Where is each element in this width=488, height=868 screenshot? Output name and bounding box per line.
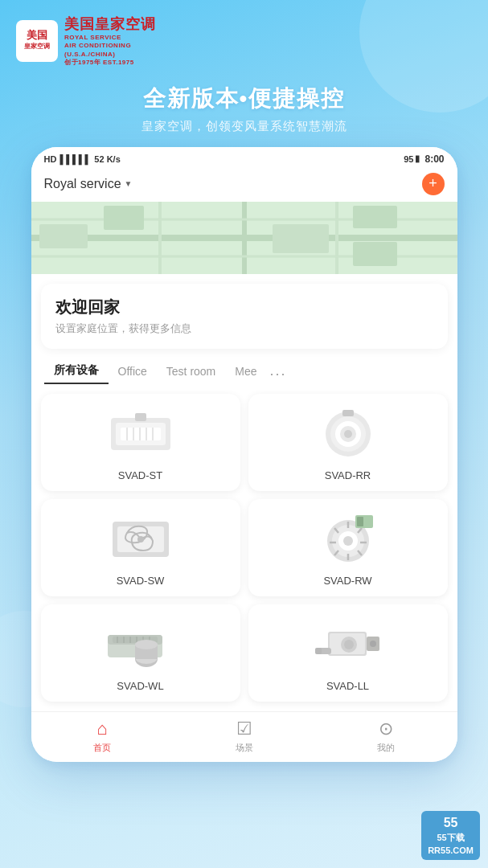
watermark-line2: 55下载 — [428, 832, 474, 844]
tabs-row: 所有设备 Office Test room Mee ... — [31, 349, 457, 391]
welcome-title: 欢迎回家 — [55, 297, 433, 318]
hero-title: 全新版本•便捷操控 — [16, 84, 472, 114]
svg-rect-67 — [315, 648, 322, 654]
svg-rect-23 — [135, 413, 146, 421]
nav-scene[interactable]: ☑ 场景 — [173, 719, 315, 754]
phone-mockup: HD ▌▌▌▌▌ 52 K/s 95 ▮ 8:00 Royal service … — [31, 147, 457, 762]
app-header: 美国 皇家空调 美国皇家空调 ROYAL SERVICE AIR CONDITI… — [0, 0, 488, 76]
home-icon: ⌂ — [96, 719, 107, 739]
device-card-svad-st[interactable]: SVAD-ST — [41, 394, 240, 491]
nav-home-label: 首页 — [93, 742, 111, 754]
svg-text:美国: 美国 — [26, 29, 47, 41]
device-card-svad-wl[interactable]: SVAD-WL — [41, 604, 240, 702]
network-speed: 52 K/s — [94, 154, 120, 164]
status-left: HD ▌▌▌▌▌ 52 K/s — [44, 154, 121, 164]
device-name-svad-wl: SVAD-WL — [117, 680, 163, 692]
device-image-svad-ll — [312, 616, 384, 674]
device-card-svad-sw[interactable]: SVAD-SW — [41, 499, 240, 596]
watermark-number: 55 — [428, 814, 474, 832]
dropdown-arrow-icon: ▼ — [125, 179, 133, 188]
device-name-svad-sw: SVAD-SW — [117, 575, 165, 587]
svg-point-65 — [370, 641, 376, 647]
welcome-card: 欢迎回家 设置家庭位置，获得更多信息 — [41, 284, 448, 349]
svg-rect-14 — [353, 242, 397, 266]
signal-bars: ▌▌▌▌▌ — [59, 154, 91, 164]
logo-text: 美国皇家空调 ROYAL SERVICE AIR CONDITIONING (U… — [64, 14, 156, 68]
device-card-svad-rr[interactable]: SVAD-RR — [248, 394, 448, 491]
logo-icon: 美国 皇家空调 — [16, 20, 58, 62]
clock: 8:00 — [424, 154, 444, 165]
device-card-svad-ll[interactable]: SVAD-LL — [248, 604, 448, 702]
brand-sub3: (U.S.A./CHINA) — [64, 51, 156, 59]
nav-scene-label: 场景 — [236, 742, 253, 754]
svg-rect-46 — [357, 517, 363, 526]
brand-name: 美国皇家空调 — [64, 14, 156, 34]
nav-mine-label: 我的 — [377, 742, 395, 754]
device-image-svad-sw — [105, 510, 177, 568]
device-card-svad-rw[interactable]: SVAD-RW — [248, 499, 448, 596]
svg-rect-12 — [273, 224, 329, 253]
scene-icon: ☑ — [236, 719, 252, 739]
svg-rect-0 — [18, 23, 55, 59]
device-image-svad-rw — [312, 510, 384, 568]
svg-point-44 — [343, 536, 353, 546]
device-name-svad-ll: SVAD-LL — [326, 680, 369, 692]
svg-point-63 — [344, 640, 354, 649]
svg-rect-10 — [39, 224, 88, 248]
tab-office[interactable]: Office — [109, 360, 157, 383]
hero-subtitle: 皇家空调，创领变风量系统智慧潮流 — [16, 119, 472, 134]
brand-sub2: AIR CONDITIONING — [64, 42, 156, 50]
watermark-line3: RR55.COM — [428, 845, 474, 857]
svg-point-59 — [135, 640, 158, 649]
hero-section: 全新版本•便捷操控 皇家空调，创领变风量系统智慧潮流 — [0, 76, 488, 147]
brand-sub1: ROYAL SERVICE — [64, 34, 156, 42]
bottom-nav: ⌂ 首页 ☑ 场景 ⊙ 我的 — [31, 711, 457, 762]
device-name-svad-st: SVAD-ST — [118, 469, 162, 481]
location-selector[interactable]: Royal service ▼ — [44, 177, 133, 191]
tab-mee[interactable]: Mee — [225, 360, 266, 383]
logo-box: 美国 皇家空调 美国皇家空调 ROYAL SERVICE AIR CONDITI… — [16, 14, 156, 68]
svg-point-32 — [137, 536, 144, 542]
device-image-svad-rr — [312, 405, 384, 463]
svg-rect-13 — [353, 206, 397, 228]
battery-icon: 95 ▮ — [404, 154, 420, 164]
add-button[interactable]: + — [422, 173, 445, 195]
watermark: 55 55下载 RR55.COM — [421, 811, 480, 860]
status-bar: HD ▌▌▌▌▌ 52 K/s 95 ▮ 8:00 — [31, 147, 457, 168]
svg-point-28 — [344, 430, 352, 438]
tabs-more[interactable]: ... — [270, 362, 287, 379]
battery-level: 95 — [404, 154, 413, 164]
location-label: Royal service — [44, 177, 121, 191]
network-type: HD — [44, 154, 57, 164]
person-icon: ⊙ — [379, 719, 393, 739]
tab-testroom[interactable]: Test room — [157, 360, 225, 383]
svg-rect-29 — [342, 410, 354, 416]
device-image-svad-wl — [105, 616, 177, 674]
welcome-subtitle: 设置家庭位置，获得更多信息 — [55, 321, 433, 336]
svg-text:皇家空调: 皇家空调 — [24, 42, 50, 50]
status-right: 95 ▮ 8:00 — [404, 154, 444, 165]
device-name-svad-rr: SVAD-RR — [325, 469, 371, 481]
phone-navbar: Royal service ▼ + — [31, 168, 457, 202]
brand-est: 创于1975年 EST.1975 — [64, 59, 156, 67]
nav-mine[interactable]: ⊙ 我的 — [315, 719, 457, 754]
svg-rect-11 — [104, 206, 144, 230]
device-name-svad-rw: SVAD-RW — [323, 575, 371, 587]
nav-home[interactable]: ⌂ 首页 — [31, 719, 174, 754]
device-image-svad-st — [105, 405, 177, 463]
device-grid: SVAD-ST SVAD-RR — [31, 391, 457, 711]
map-area — [31, 202, 457, 274]
phone-container: HD ▌▌▌▌▌ 52 K/s 95 ▮ 8:00 Royal service … — [0, 147, 488, 762]
tab-all-devices[interactable]: 所有设备 — [44, 358, 109, 384]
